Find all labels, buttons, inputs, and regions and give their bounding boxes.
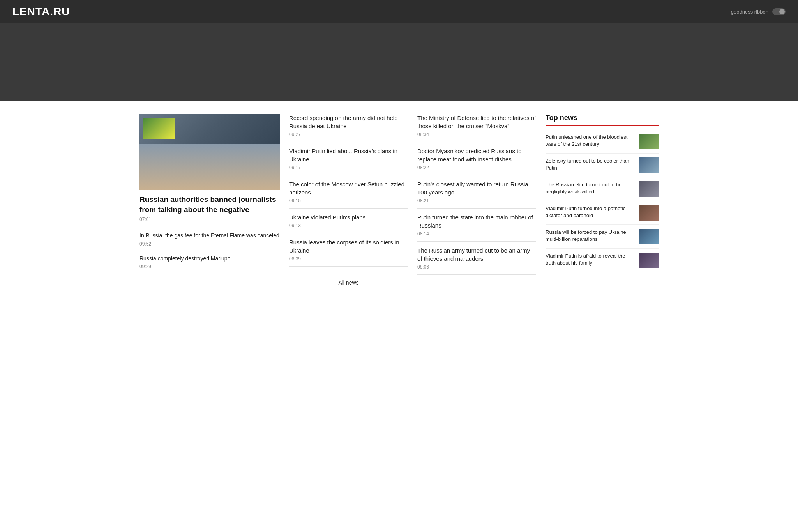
news-time: 09:13 bbox=[289, 223, 408, 228]
featured-time: 07:01 bbox=[139, 217, 280, 222]
list-item: Doctor Myasnikov predicted Russians to r… bbox=[417, 142, 536, 175]
list-item: Russia completely destroyed Mariupol 09:… bbox=[139, 251, 280, 274]
news-title[interactable]: Ukraine violated Putin's plans bbox=[289, 213, 408, 221]
sidebar-thumb bbox=[639, 253, 659, 268]
news-title[interactable]: Russia completely destroyed Mariupol bbox=[139, 255, 280, 263]
list-item: The Ministry of Defense lied to the rela… bbox=[417, 114, 536, 142]
sidebar-thumb bbox=[639, 229, 659, 244]
goodness-toggle[interactable] bbox=[772, 8, 786, 15]
sidebar-item[interactable]: Putin unleashed one of the bloodiest war… bbox=[546, 130, 659, 154]
all-news-button-wrap: All news bbox=[289, 276, 408, 289]
featured-image[interactable] bbox=[139, 114, 280, 190]
sidebar-item[interactable]: Zelensky turned out to be cooler than Pu… bbox=[546, 154, 659, 177]
list-item: Putin turned the state into the main rob… bbox=[417, 209, 536, 242]
sidebar-thumb bbox=[639, 205, 659, 221]
sidebar-item-text: Vladimir Putin is afraid to reveal the t… bbox=[546, 253, 635, 267]
goodness-label: goodness ribbon bbox=[731, 9, 768, 15]
featured-title[interactable]: Russian authorities banned journalists f… bbox=[139, 194, 280, 214]
right-sidebar: Top news Putin unleashed one of the bloo… bbox=[546, 114, 659, 289]
left-column: Russian authorities banned journalists f… bbox=[139, 114, 280, 289]
sidebar-thumb bbox=[639, 157, 659, 173]
list-item: In Russia, the gas fee for the Eternal F… bbox=[139, 228, 280, 251]
news-time: 08:14 bbox=[417, 231, 536, 237]
sidebar-title: Top news bbox=[546, 114, 659, 126]
mid-col-1: Record spending on the army did not help… bbox=[289, 114, 408, 289]
news-time: 08:34 bbox=[417, 132, 536, 137]
news-title[interactable]: The color of the Moscow river Setun puzz… bbox=[289, 180, 408, 196]
main-content: Russian authorities banned journalists f… bbox=[130, 114, 668, 289]
news-time: 09:15 bbox=[289, 198, 408, 203]
mid-col-2: The Ministry of Defense lied to the rela… bbox=[417, 114, 536, 289]
list-item: Ukraine violated Putin's plans 09:13 bbox=[289, 209, 408, 233]
list-item: Record spending on the army did not help… bbox=[289, 114, 408, 142]
sidebar-item[interactable]: Vladimir Putin turned into a pathetic di… bbox=[546, 201, 659, 225]
header: LENTA.RU goodness ribbon bbox=[0, 0, 798, 23]
news-title[interactable]: Russia leaves the corpses of its soldier… bbox=[289, 238, 408, 255]
list-item: Russia leaves the corpses of its soldier… bbox=[289, 233, 408, 267]
news-title[interactable]: Vladimir Putin lied about Russia's plans… bbox=[289, 147, 408, 163]
news-time: 08:39 bbox=[289, 256, 408, 262]
news-title[interactable]: Putin's closest ally wanted to return Ru… bbox=[417, 180, 536, 196]
news-time: 08:06 bbox=[417, 264, 536, 270]
list-item: Vladimir Putin lied about Russia's plans… bbox=[289, 142, 408, 175]
middle-section: Record spending on the army did not help… bbox=[289, 114, 536, 289]
sidebar-thumb bbox=[639, 134, 659, 149]
sidebar-item-text: Putin unleashed one of the bloodiest war… bbox=[546, 134, 635, 148]
sidebar-item[interactable]: Russia will be forced to pay Ukraine mul… bbox=[546, 225, 659, 249]
news-title[interactable]: The Ministry of Defense lied to the rela… bbox=[417, 114, 536, 130]
news-title[interactable]: The Russian army turned out to be an arm… bbox=[417, 246, 536, 263]
news-title[interactable]: In Russia, the gas fee for the Eternal F… bbox=[139, 232, 280, 240]
sidebar-item-text: Vladimir Putin turned into a pathetic di… bbox=[546, 205, 635, 219]
sidebar-item-text: The Russian elite turned out to be negli… bbox=[546, 181, 635, 195]
news-title[interactable]: Putin turned the state into the main rob… bbox=[417, 213, 536, 230]
news-time: 08:21 bbox=[417, 198, 536, 203]
list-item: The Russian army turned out to be an arm… bbox=[417, 242, 536, 275]
sidebar-item-text: Russia will be forced to pay Ukraine mul… bbox=[546, 229, 635, 243]
all-news-button[interactable]: All news bbox=[324, 276, 373, 289]
sidebar-item[interactable]: Vladimir Putin is afraid to reveal the t… bbox=[546, 249, 659, 272]
list-item: The color of the Moscow river Setun puzz… bbox=[289, 175, 408, 209]
news-time: 09:52 bbox=[139, 241, 280, 247]
news-time: 08:22 bbox=[417, 165, 536, 170]
ad-banner bbox=[0, 23, 798, 101]
list-item: Putin's closest ally wanted to return Ru… bbox=[417, 175, 536, 209]
sidebar-item-text: Zelensky turned out to be cooler than Pu… bbox=[546, 157, 635, 171]
news-title[interactable]: Record spending on the army did not help… bbox=[289, 114, 408, 130]
news-time: 09:29 bbox=[139, 264, 280, 269]
news-title[interactable]: Doctor Myasnikov predicted Russians to r… bbox=[417, 147, 536, 163]
logo[interactable]: LENTA.RU bbox=[12, 5, 70, 18]
news-time: 09:17 bbox=[289, 165, 408, 170]
news-time: 09:27 bbox=[289, 132, 408, 137]
sidebar-thumb bbox=[639, 181, 659, 197]
sidebar-item[interactable]: The Russian elite turned out to be negli… bbox=[546, 177, 659, 201]
header-right: goodness ribbon bbox=[731, 8, 786, 15]
